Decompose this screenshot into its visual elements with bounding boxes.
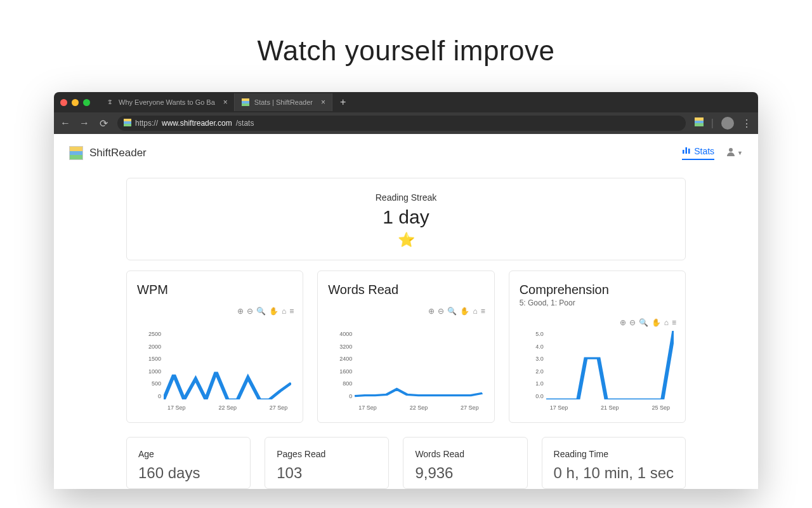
home-icon[interactable]: ⌂ xyxy=(282,307,286,316)
zoom-out-icon[interactable]: ⊖ xyxy=(629,318,636,327)
comprehension-chart-card: Comprehension 5: Good, 1: Poor ⊕ ⊖ 🔍 ✋ ⌂… xyxy=(509,271,686,423)
user-icon xyxy=(726,147,736,159)
svg-rect-1 xyxy=(686,147,688,154)
age-stat-card: Age 160 days xyxy=(126,437,251,489)
x-axis-ticks: 17 Sep22 Sep27 Sep xyxy=(355,402,482,413)
stat-value: 160 days xyxy=(138,464,239,482)
zoom-icon[interactable]: 🔍 xyxy=(256,307,266,316)
app-header: ShiftReader Stats ▼ xyxy=(69,145,743,166)
tab-bar: 𝕿 Why Everyone Wants to Go Ba × Stats | … xyxy=(54,92,758,112)
svg-rect-2 xyxy=(688,149,690,154)
url-host: www.shiftreader.com xyxy=(162,119,232,128)
minimize-window-icon[interactable] xyxy=(72,99,79,106)
browser-tab[interactable]: 𝕿 Why Everyone Wants to Go Ba × xyxy=(99,93,235,111)
stat-value: 9,936 xyxy=(415,464,515,482)
url-prefix: https:// xyxy=(135,119,158,128)
zoom-out-icon[interactable]: ⊖ xyxy=(247,307,253,316)
zoom-in-icon[interactable]: ⊕ xyxy=(620,318,626,327)
tab-title: Stats | ShiftReader xyxy=(254,98,313,106)
shiftreader-favicon-icon xyxy=(241,98,250,107)
streak-value: 1 day xyxy=(127,206,685,228)
chart-area: 25002000150010005000 17 Sep22 Sep27 Sep xyxy=(138,331,294,413)
nav-stats-link[interactable]: Stats xyxy=(682,145,714,160)
zoom-out-icon[interactable]: ⊖ xyxy=(438,307,444,316)
chart-title: Comprehension xyxy=(520,283,675,297)
words-read-stat-card: Words Read 9,936 xyxy=(403,437,527,489)
reload-icon[interactable]: ⟳ xyxy=(98,117,108,130)
nav-stats-label: Stats xyxy=(694,146,714,156)
home-icon[interactable]: ⌂ xyxy=(664,318,669,327)
nyt-favicon-icon: 𝕿 xyxy=(105,98,114,107)
wpm-chart-card: WPM ⊕ ⊖ 🔍 ✋ ⌂ ≡ 25002000150010005000 xyxy=(126,271,303,423)
chevron-down-icon: ▼ xyxy=(737,150,743,156)
window-controls xyxy=(60,99,99,106)
chart-area: 5.04.03.02.01.00.0 17 Sep21 Sep25 Sep xyxy=(521,331,676,413)
chart-plot[interactable] xyxy=(164,331,291,399)
y-axis-ticks: 40003200240016008000 xyxy=(329,331,352,399)
chart-toolbar: ⊕ ⊖ 🔍 ✋ ⌂ ≡ xyxy=(237,307,294,316)
profile-avatar-icon[interactable] xyxy=(721,117,734,130)
chart-plot[interactable] xyxy=(546,331,674,399)
zoom-in-icon[interactable]: ⊕ xyxy=(428,307,435,316)
menu-icon[interactable]: ≡ xyxy=(672,318,676,327)
reading-time-stat-card: Reading Time 0 h, 10 min, 1 sec xyxy=(542,437,686,489)
menu-icon[interactable]: ≡ xyxy=(481,307,485,316)
y-axis-ticks: 25002000150010005000 xyxy=(138,331,161,399)
bar-chart-icon xyxy=(682,145,691,156)
tab-title: Why Everyone Wants to Go Ba xyxy=(119,98,215,106)
y-axis-ticks: 5.04.03.02.01.00.0 xyxy=(521,331,544,399)
stat-label: Words Read xyxy=(415,449,515,459)
url-input[interactable]: https://www.shiftreader.com/stats xyxy=(117,116,686,131)
url-path: /stats xyxy=(236,119,254,128)
reading-streak-card: Reading Streak 1 day ⭐ xyxy=(126,178,686,260)
stat-value: 0 h, 10 min, 1 sec xyxy=(554,464,674,482)
chart-toolbar: ⊕ ⊖ 🔍 ✋ ⌂ ≡ xyxy=(620,318,676,327)
site-info-icon[interactable] xyxy=(124,119,131,128)
stat-value: 103 xyxy=(277,464,377,482)
browser-tab[interactable]: Stats | ShiftReader × xyxy=(235,93,332,111)
pages-read-stat-card: Pages Read 103 xyxy=(265,437,389,489)
maximize-window-icon[interactable] xyxy=(83,99,90,106)
brand-name: ShiftReader xyxy=(89,147,147,159)
zoom-icon[interactable]: 🔍 xyxy=(639,318,648,327)
pan-icon[interactable]: ✋ xyxy=(460,307,469,316)
brand[interactable]: ShiftReader xyxy=(69,146,147,160)
stats-content: Reading Streak 1 day ⭐ WPM ⊕ ⊖ 🔍 ✋ ⌂ ≡ xyxy=(69,166,743,489)
zoom-in-icon[interactable]: ⊕ xyxy=(237,307,244,316)
close-tab-icon[interactable]: × xyxy=(223,98,228,107)
star-icon: ⭐ xyxy=(127,232,685,248)
browser-chrome: 𝕿 Why Everyone Wants to Go Ba × Stats | … xyxy=(54,92,758,134)
extension-icon[interactable] xyxy=(695,117,704,129)
svg-rect-0 xyxy=(683,150,684,154)
stat-label: Reading Time xyxy=(554,449,674,459)
app-viewport: ShiftReader Stats ▼ Reading xyxy=(54,134,758,489)
chart-subtitle: 5: Good, 1: Poor xyxy=(520,298,675,307)
stat-label: Pages Read xyxy=(277,449,377,459)
user-menu[interactable]: ▼ xyxy=(726,147,743,159)
x-axis-ticks: 17 Sep22 Sep27 Sep xyxy=(164,402,291,413)
zoom-icon[interactable]: 🔍 xyxy=(447,307,457,316)
stat-label: Age xyxy=(138,449,239,459)
chart-plot[interactable] xyxy=(355,331,482,399)
x-axis-ticks: 17 Sep21 Sep25 Sep xyxy=(546,402,674,413)
pan-icon[interactable]: ✋ xyxy=(269,307,278,316)
words-read-chart-card: Words Read ⊕ ⊖ 🔍 ✋ ⌂ ≡ 40003200240016008… xyxy=(317,271,494,423)
forward-icon[interactable]: → xyxy=(79,117,89,129)
browser-window: 𝕿 Why Everyone Wants to Go Ba × Stats | … xyxy=(54,92,758,489)
browser-menu-icon[interactable]: ⋮ xyxy=(742,117,752,130)
close-window-icon[interactable] xyxy=(60,99,67,106)
chart-title: WPM xyxy=(137,283,292,297)
pan-icon[interactable]: ✋ xyxy=(652,318,661,327)
page-headline: Watch yourself improve xyxy=(0,0,812,92)
brand-logo-icon xyxy=(69,146,83,160)
menu-icon[interactable]: ≡ xyxy=(289,307,294,316)
streak-label: Reading Streak xyxy=(127,192,685,203)
svg-point-3 xyxy=(729,148,733,152)
home-icon[interactable]: ⌂ xyxy=(473,307,477,316)
address-bar: ← → ⟳ https://www.shiftreader.com/stats … xyxy=(54,112,758,134)
chart-title: Words Read xyxy=(328,283,483,297)
back-icon[interactable]: ← xyxy=(60,117,70,129)
close-tab-icon[interactable]: × xyxy=(321,98,325,107)
new-tab-button[interactable]: + xyxy=(332,97,353,108)
chart-area: 40003200240016008000 17 Sep22 Sep27 Sep xyxy=(329,331,485,413)
